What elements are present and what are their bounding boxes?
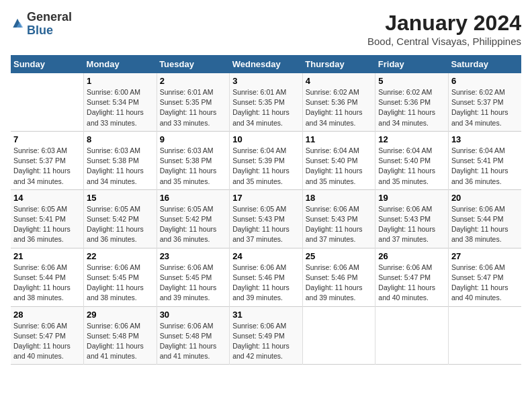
- calendar-cell: 18 Sunrise: 6:06 AMSunset: 5:43 PMDaylig…: [302, 189, 375, 248]
- cell-info: Sunrise: 6:06 AMSunset: 5:46 PMDaylight:…: [306, 263, 363, 302]
- cell-info: Sunrise: 6:06 AMSunset: 5:49 PMDaylight:…: [232, 322, 290, 361]
- calendar-cell: [448, 306, 521, 365]
- week-row-4: 21 Sunrise: 6:06 AMSunset: 5:44 PMDaylig…: [11, 248, 521, 306]
- day-number: 21: [13, 251, 81, 261]
- day-number: 12: [378, 134, 445, 144]
- cell-info: Sunrise: 6:05 AMSunset: 5:42 PMDaylight:…: [87, 205, 144, 244]
- calendar-table: SundayMondayTuesdayWednesdayThursdayFrid…: [11, 55, 521, 365]
- cell-info: Sunrise: 6:01 AMSunset: 5:35 PMDaylight:…: [232, 88, 290, 127]
- cell-info: Sunrise: 6:02 AMSunset: 5:36 PMDaylight:…: [306, 88, 363, 127]
- calendar-cell: 28 Sunrise: 6:06 AMSunset: 5:47 PMDaylig…: [11, 306, 84, 365]
- cell-info: Sunrise: 6:06 AMSunset: 5:43 PMDaylight:…: [306, 205, 363, 244]
- day-number: 30: [160, 310, 227, 320]
- calendar-cell: 19 Sunrise: 6:06 AMSunset: 5:43 PMDaylig…: [375, 189, 449, 248]
- day-number: 4: [306, 76, 373, 86]
- day-number: 8: [87, 134, 154, 144]
- week-row-3: 14 Sunrise: 6:05 AMSunset: 5:41 PMDaylig…: [11, 189, 521, 248]
- day-number: 18: [306, 193, 373, 203]
- cell-info: Sunrise: 6:06 AMSunset: 5:45 PMDaylight:…: [160, 263, 217, 302]
- day-number: 22: [87, 251, 154, 261]
- calendar-cell: 25 Sunrise: 6:06 AMSunset: 5:46 PMDaylig…: [302, 248, 375, 306]
- day-header-wednesday: Wednesday: [230, 55, 303, 73]
- cell-info: Sunrise: 6:04 AMSunset: 5:40 PMDaylight:…: [378, 146, 435, 185]
- calendar-cell: 1 Sunrise: 6:00 AMSunset: 5:34 PMDayligh…: [84, 73, 157, 131]
- day-number: 25: [306, 251, 373, 261]
- calendar-cell: 27 Sunrise: 6:06 AMSunset: 5:47 PMDaylig…: [448, 248, 521, 306]
- day-number: 24: [232, 251, 300, 261]
- calendar-cell: [375, 306, 449, 365]
- cell-info: Sunrise: 6:06 AMSunset: 5:47 PMDaylight:…: [378, 263, 435, 302]
- day-number: 15: [87, 193, 154, 203]
- day-number: 29: [87, 310, 154, 320]
- sub-title: Bood, Central Visayas, Philippines: [367, 36, 521, 47]
- logo-icon: [11, 17, 24, 31]
- cell-info: Sunrise: 6:02 AMSunset: 5:37 PMDaylight:…: [451, 88, 508, 127]
- cell-info: Sunrise: 6:02 AMSunset: 5:36 PMDaylight:…: [378, 88, 435, 127]
- calendar-cell: 30 Sunrise: 6:06 AMSunset: 5:48 PMDaylig…: [157, 306, 230, 365]
- calendar-cell: 5 Sunrise: 6:02 AMSunset: 5:36 PMDayligh…: [375, 73, 449, 131]
- day-header-sunday: Sunday: [11, 55, 84, 73]
- cell-info: Sunrise: 6:06 AMSunset: 5:43 PMDaylight:…: [378, 205, 435, 244]
- cell-info: Sunrise: 6:05 AMSunset: 5:42 PMDaylight:…: [160, 205, 217, 244]
- day-number: 2: [160, 76, 227, 86]
- calendar-cell: 4 Sunrise: 6:02 AMSunset: 5:36 PMDayligh…: [302, 73, 375, 131]
- calendar-cell: 26 Sunrise: 6:06 AMSunset: 5:47 PMDaylig…: [375, 248, 449, 306]
- calendar-cell: 23 Sunrise: 6:06 AMSunset: 5:45 PMDaylig…: [157, 248, 230, 306]
- header: General Blue January 2024 Bood, Central …: [11, 11, 521, 47]
- day-number: 7: [13, 134, 81, 144]
- cell-info: Sunrise: 6:06 AMSunset: 5:45 PMDaylight:…: [87, 263, 144, 302]
- cell-info: Sunrise: 6:04 AMSunset: 5:41 PMDaylight:…: [451, 146, 508, 185]
- calendar-cell: 9 Sunrise: 6:03 AMSunset: 5:38 PMDayligh…: [157, 131, 230, 189]
- calendar-cell: 16 Sunrise: 6:05 AMSunset: 5:42 PMDaylig…: [157, 189, 230, 248]
- calendar-cell: 15 Sunrise: 6:05 AMSunset: 5:42 PMDaylig…: [84, 189, 157, 248]
- title-area: January 2024 Bood, Central Visayas, Phil…: [367, 11, 521, 47]
- cell-info: Sunrise: 6:03 AMSunset: 5:38 PMDaylight:…: [160, 146, 217, 185]
- calendar-cell: 2 Sunrise: 6:01 AMSunset: 5:35 PMDayligh…: [157, 73, 230, 131]
- cell-info: Sunrise: 6:06 AMSunset: 5:47 PMDaylight:…: [13, 322, 71, 361]
- calendar-cell: [11, 73, 84, 131]
- calendar-cell: 31 Sunrise: 6:06 AMSunset: 5:49 PMDaylig…: [230, 306, 303, 365]
- cell-info: Sunrise: 6:06 AMSunset: 5:48 PMDaylight:…: [87, 322, 144, 361]
- cell-info: Sunrise: 6:01 AMSunset: 5:35 PMDaylight:…: [160, 88, 217, 127]
- cell-info: Sunrise: 6:06 AMSunset: 5:44 PMDaylight:…: [13, 263, 71, 302]
- calendar-cell: 11 Sunrise: 6:04 AMSunset: 5:40 PMDaylig…: [302, 131, 375, 189]
- day-header-saturday: Saturday: [448, 55, 521, 73]
- day-header-thursday: Thursday: [302, 55, 375, 73]
- week-row-1: 1 Sunrise: 6:00 AMSunset: 5:34 PMDayligh…: [11, 73, 521, 131]
- cell-info: Sunrise: 6:04 AMSunset: 5:40 PMDaylight:…: [306, 146, 363, 185]
- cell-info: Sunrise: 6:06 AMSunset: 5:44 PMDaylight:…: [451, 205, 508, 244]
- day-header-monday: Monday: [84, 55, 157, 73]
- main-title: January 2024: [367, 11, 521, 36]
- logo-text: General Blue: [27, 11, 72, 38]
- day-header-tuesday: Tuesday: [157, 55, 230, 73]
- day-number: 3: [232, 76, 300, 86]
- day-number: 28: [13, 310, 81, 320]
- calendar-cell: 13 Sunrise: 6:04 AMSunset: 5:41 PMDaylig…: [448, 131, 521, 189]
- calendar-cell: [302, 306, 375, 365]
- calendar-cell: 10 Sunrise: 6:04 AMSunset: 5:39 PMDaylig…: [230, 131, 303, 189]
- calendar-cell: 6 Sunrise: 6:02 AMSunset: 5:37 PMDayligh…: [448, 73, 521, 131]
- calendar-cell: 8 Sunrise: 6:03 AMSunset: 5:38 PMDayligh…: [84, 131, 157, 189]
- calendar-cell: 29 Sunrise: 6:06 AMSunset: 5:48 PMDaylig…: [84, 306, 157, 365]
- calendar-cell: 7 Sunrise: 6:03 AMSunset: 5:37 PMDayligh…: [11, 131, 84, 189]
- day-header-friday: Friday: [375, 55, 449, 73]
- cell-info: Sunrise: 6:06 AMSunset: 5:47 PMDaylight:…: [451, 263, 508, 302]
- day-number: 13: [451, 134, 519, 144]
- cell-info: Sunrise: 6:04 AMSunset: 5:39 PMDaylight:…: [232, 146, 290, 185]
- day-number: 26: [378, 251, 445, 261]
- day-number: 17: [232, 193, 300, 203]
- week-row-5: 28 Sunrise: 6:06 AMSunset: 5:47 PMDaylig…: [11, 306, 521, 365]
- calendar-cell: 17 Sunrise: 6:05 AMSunset: 5:43 PMDaylig…: [230, 189, 303, 248]
- day-number: 10: [232, 134, 300, 144]
- logo: General Blue: [11, 11, 72, 38]
- calendar-cell: 24 Sunrise: 6:06 AMSunset: 5:46 PMDaylig…: [230, 248, 303, 306]
- calendar-cell: 14 Sunrise: 6:05 AMSunset: 5:41 PMDaylig…: [11, 189, 84, 248]
- day-number: 5: [378, 76, 445, 86]
- calendar-cell: 12 Sunrise: 6:04 AMSunset: 5:40 PMDaylig…: [375, 131, 449, 189]
- calendar-body: 1 Sunrise: 6:00 AMSunset: 5:34 PMDayligh…: [11, 73, 521, 365]
- cell-info: Sunrise: 6:06 AMSunset: 5:46 PMDaylight:…: [232, 263, 290, 302]
- calendar-cell: 21 Sunrise: 6:06 AMSunset: 5:44 PMDaylig…: [11, 248, 84, 306]
- day-number: 31: [232, 310, 300, 320]
- calendar-cell: 20 Sunrise: 6:06 AMSunset: 5:44 PMDaylig…: [448, 189, 521, 248]
- day-number: 14: [13, 193, 81, 203]
